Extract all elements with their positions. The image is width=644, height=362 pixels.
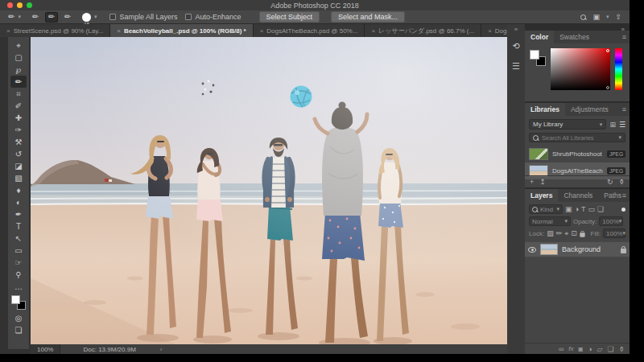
lock-position-icon[interactable]: ⌖ xyxy=(564,230,568,237)
status-chevron-icon[interactable]: › xyxy=(160,346,163,353)
layer-row-background[interactable]: Background xyxy=(525,241,630,257)
filter-smart-objects-icon[interactable]: ❏ xyxy=(597,206,604,213)
move-tool[interactable]: ⌖ xyxy=(10,39,27,51)
close-icon[interactable]: × xyxy=(260,27,264,35)
delete-layer-icon[interactable]: ⚱ xyxy=(618,345,625,353)
hue-slider[interactable] xyxy=(615,48,622,90)
tab-swatches[interactable]: Swatches xyxy=(554,31,595,43)
library-search-input[interactable]: Search All Libraries ▾ xyxy=(529,133,625,142)
filter-pixel-layers-icon[interactable]: ▣ xyxy=(565,206,572,213)
close-icon[interactable]: × xyxy=(371,27,375,35)
dodge-tool[interactable]: ◐ xyxy=(10,196,27,208)
share-icon[interactable]: ⇧ xyxy=(615,13,621,21)
collapse-dock-icon[interactable]: » xyxy=(621,26,625,33)
pen-tool[interactable]: ✒ xyxy=(10,208,27,220)
lock-paint-icon[interactable]: ✏ xyxy=(556,230,563,237)
panel-menu-icon[interactable]: ≡ xyxy=(622,33,626,41)
crop-tool[interactable]: ⌗ xyxy=(10,88,27,100)
foreground-color-swatch[interactable] xyxy=(11,295,20,304)
blend-mode-select[interactable]: Normal ▾ xyxy=(529,216,571,226)
type-tool[interactable]: T xyxy=(10,220,27,232)
tab-libraries[interactable]: Libraries xyxy=(525,103,565,116)
auto-enhance-checkbox[interactable] xyxy=(185,14,192,20)
link-layers-icon[interactable]: ∞ xyxy=(559,345,564,353)
eraser-tool[interactable]: ◪ xyxy=(10,160,27,172)
select-and-mask-button[interactable]: Select and Mask... xyxy=(331,11,405,23)
rectangle-tool[interactable]: ▭ xyxy=(10,245,27,257)
eyedropper-tool[interactable]: ✐ xyxy=(10,100,27,112)
properties-panel-icon[interactable]: ☰ xyxy=(512,61,520,72)
history-panel-icon[interactable]: ⟲ xyxy=(512,41,519,51)
grid-view-icon[interactable]: ⊞ xyxy=(609,121,616,129)
brush-tool[interactable]: ✑ xyxy=(10,124,27,136)
search-icon[interactable] xyxy=(580,14,586,20)
collapse-strip-icon[interactable]: » xyxy=(514,26,518,33)
workspace-switcher-icon[interactable]: ▣ xyxy=(592,13,600,21)
gradient-tool[interactable]: ▧ xyxy=(10,172,27,184)
tab-layers[interactable]: Layers xyxy=(525,189,558,202)
new-library-item-icon[interactable]: + xyxy=(530,178,534,186)
color-panel-swatches[interactable] xyxy=(530,50,546,66)
layer-style-icon[interactable]: fx xyxy=(568,345,573,352)
hand-tool[interactable]: ☞ xyxy=(10,257,27,269)
clone-stamp-tool[interactable]: ⚒ xyxy=(10,136,27,148)
new-layer-icon[interactable]: ❏ xyxy=(607,345,613,353)
marquee-tool[interactable]: ▢ xyxy=(10,51,27,64)
lock-artboard-icon[interactable]: ⊡ xyxy=(571,230,577,237)
zoom-tool[interactable]: ⚲ xyxy=(10,269,27,281)
select-subject-button[interactable]: Select Subject xyxy=(259,11,320,23)
filter-type-layers-icon[interactable]: T xyxy=(581,206,586,213)
tab-beachvolleyball[interactable]: × BeachVolleyball_.psd @ 100% (RGB/8) * xyxy=(110,24,253,37)
zoom-level-field[interactable]: 100% xyxy=(31,344,60,354)
list-view-icon[interactable]: ☰ xyxy=(619,121,625,129)
close-icon[interactable]: × xyxy=(117,27,121,35)
history-brush-tool[interactable]: ↺ xyxy=(10,148,27,160)
filter-shape-layers-icon[interactable]: ▭ xyxy=(588,206,595,213)
close-icon[interactable]: × xyxy=(6,27,10,35)
quick-selection-tool[interactable]: ✏ xyxy=(10,76,27,88)
tab-channels[interactable]: Channels xyxy=(558,189,598,202)
screen-mode-button[interactable]: ❏ xyxy=(10,324,27,336)
opacity-value-field[interactable]: 100% ▾ xyxy=(599,216,623,226)
library-item-shrubphotoshoot[interactable]: ShrubPhotoshoot JPEG xyxy=(525,146,630,162)
filter-toggle-icon[interactable] xyxy=(621,208,625,212)
edit-toolbar-button[interactable]: … xyxy=(10,281,27,293)
fill-value-field[interactable]: 100% ▾ xyxy=(603,228,625,238)
new-selection-button[interactable]: ✏ xyxy=(29,12,42,23)
brush-size-picker[interactable]: 48 ▾ xyxy=(82,13,97,22)
add-layer-mask-icon[interactable]: ◙ xyxy=(579,345,583,353)
lock-all-icon[interactable] xyxy=(580,232,584,237)
tab-dogsatthebeach-psd[interactable]: × DogsAtTheBeach.psd @ 50%... xyxy=(254,24,365,37)
tab-streetscene[interactable]: × StreetScene.psd @ 90% (Lay... xyxy=(0,24,110,37)
adjustment-layer-icon[interactable]: ◑ xyxy=(588,345,592,353)
lock-transparency-icon[interactable]: ▨ xyxy=(547,230,554,237)
panel-menu-icon[interactable]: ≡ xyxy=(622,191,626,200)
path-selection-tool[interactable]: ↖ xyxy=(10,232,27,245)
sync-library-icon[interactable]: ↻ xyxy=(607,178,613,186)
document-canvas[interactable] xyxy=(31,37,507,344)
layer-thumbnail[interactable] xyxy=(540,244,558,255)
add-to-selection-button[interactable]: ✏ xyxy=(45,12,58,23)
new-group-icon[interactable]: ▱ xyxy=(597,345,602,353)
subtract-from-selection-button[interactable]: ✏ xyxy=(61,12,74,23)
sample-all-layers-checkbox[interactable] xyxy=(109,14,116,20)
tool-preset[interactable]: ✏ ▾ xyxy=(8,13,21,21)
filter-adjustment-layers-icon[interactable]: ◑ xyxy=(575,206,579,213)
spot-healing-tool[interactable]: ✚ xyxy=(10,112,27,124)
layer-filter-select[interactable]: Kind ▾ xyxy=(529,204,563,214)
quick-mask-button[interactable]: ◎ xyxy=(10,312,27,324)
delete-library-item-icon[interactable]: ⚱ xyxy=(618,178,625,186)
foreground-color-swatch[interactable] xyxy=(530,50,539,60)
layer-visibility-icon[interactable] xyxy=(528,247,536,253)
upload-library-icon[interactable]: ↥ xyxy=(539,178,546,186)
panel-menu-icon[interactable]: ≡ xyxy=(622,105,626,113)
tab-lesserpanda[interactable]: × レッサーパンダ.psd @ 66.7% (... xyxy=(365,24,481,37)
blur-tool[interactable]: ♦ xyxy=(10,184,27,196)
lasso-tool[interactable]: ℘ xyxy=(10,64,27,76)
tab-adjustments[interactable]: Adjustments xyxy=(565,103,614,116)
library-select[interactable]: My Library ▾ xyxy=(529,119,606,130)
close-icon[interactable]: × xyxy=(488,27,492,35)
saturation-field[interactable] xyxy=(551,48,610,90)
tab-color[interactable]: Color xyxy=(525,31,554,43)
foreground-background-swatches[interactable] xyxy=(11,295,26,310)
